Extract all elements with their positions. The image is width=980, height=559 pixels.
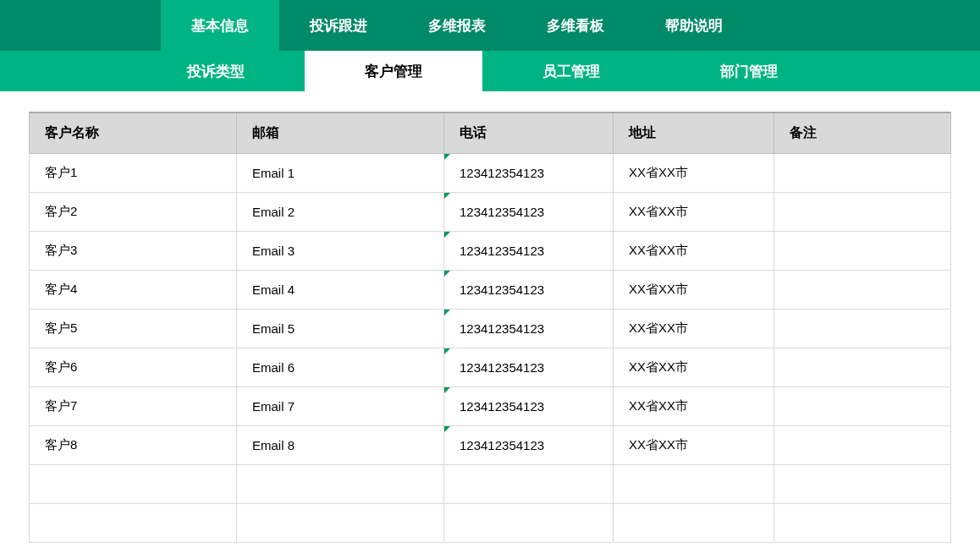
table-body: 客户1Email 1123412354123XX省XX市客户2Email 212… [30,153,951,542]
table-row[interactable]: 客户8Email 8123412354123XX省XX市 [30,425,951,464]
cell-addr[interactable]: XX省XX市 [614,231,774,270]
cell-name[interactable]: 客户5 [30,309,237,348]
cell-empty[interactable] [444,464,614,503]
cell-name-text: 客户7 [45,398,77,413]
cell-phone-text: 123412354123 [460,205,544,219]
cell-empty[interactable] [774,503,951,542]
cell-empty[interactable] [614,503,774,542]
col-header-addr[interactable]: 地址 [614,112,774,153]
cell-email[interactable]: Email 6 [237,348,444,386]
cell-email-text: Email 7 [252,399,295,414]
cell-phone[interactable]: 123412354123 [444,386,614,425]
cell-note[interactable] [774,270,951,309]
cell-addr[interactable]: XX省XX市 [614,153,774,192]
cell-email[interactable]: Email 7 [237,386,444,425]
cell-name[interactable]: 客户4 [30,270,237,309]
table-row[interactable]: 客户3Email 3123412354123XX省XX市 [30,231,951,270]
cell-addr[interactable]: XX省XX市 [614,192,774,231]
cell-empty[interactable] [30,464,237,503]
topnav-item-basic-info[interactable]: 基本信息 [161,0,279,51]
cell-email[interactable]: Email 1 [237,153,444,192]
cell-phone[interactable]: 123412354123 [444,270,614,309]
topnav-label: 多维看板 [547,16,604,36]
table-row[interactable]: 客户6Email 6123412354123XX省XX市 [30,348,951,386]
table-row-empty[interactable] [30,503,951,542]
table-row[interactable]: 客户2Email 2123412354123XX省XX市 [30,192,951,231]
cell-empty[interactable] [30,503,237,542]
cell-email[interactable]: Email 5 [237,309,444,348]
cell-phone-text: 123412354123 [460,399,544,414]
cell-email-text: Email 5 [252,321,295,336]
cell-phone[interactable]: 123412354123 [444,153,614,192]
cell-phone[interactable]: 123412354123 [444,192,614,231]
topnav-item-multidim-report[interactable]: 多维报表 [398,0,516,51]
cell-name[interactable]: 客户1 [30,153,237,192]
cell-empty[interactable] [237,464,444,503]
cell-email[interactable]: Email 8 [237,425,444,464]
table-row[interactable]: 客户4Email 4123412354123XX省XX市 [30,270,951,309]
cell-addr[interactable]: XX省XX市 [614,270,774,309]
cell-name-text: 客户6 [45,359,77,374]
cell-email[interactable]: Email 3 [237,231,444,270]
cell-addr[interactable]: XX省XX市 [614,386,774,425]
cell-note[interactable] [774,425,951,464]
cell-addr[interactable]: XX省XX市 [614,309,774,348]
topnav-label: 基本信息 [191,16,249,36]
cell-name[interactable]: 客户2 [30,192,237,231]
table-row[interactable]: 客户5Email 5123412354123XX省XX市 [30,309,951,348]
cell-note[interactable] [774,348,951,386]
subnav-item-staff-mgmt[interactable]: 员工管理 [482,51,660,91]
subnav-item-dept-mgmt[interactable]: 部门管理 [660,51,838,91]
topnav-label: 帮助说明 [665,16,723,36]
topnav-label: 投诉跟进 [310,16,367,36]
subnav-item-customer-mgmt[interactable]: 客户管理 [305,51,482,91]
cell-name-text: 客户4 [45,282,77,296]
cell-addr[interactable]: XX省XX市 [614,425,774,464]
cell-note[interactable] [774,386,951,425]
cell-phone[interactable]: 123412354123 [444,348,614,386]
cell-note[interactable] [774,192,951,231]
cell-phone[interactable]: 123412354123 [444,309,614,348]
cell-phone-text: 123412354123 [460,438,544,452]
cell-email[interactable]: Email 2 [237,192,444,231]
table-row[interactable]: 客户7Email 7123412354123XX省XX市 [30,386,951,425]
col-header-name[interactable]: 客户名称 [30,112,237,153]
cell-phone-text: 123412354123 [460,321,544,336]
cell-name[interactable]: 客户8 [30,425,237,464]
topnav-item-multidim-board[interactable]: 多维看板 [516,0,635,51]
cell-empty[interactable] [237,503,444,542]
cell-email-text: Email 6 [252,360,295,375]
cell-name-text: 客户5 [45,321,77,335]
cell-name[interactable]: 客户7 [30,386,237,425]
table-row[interactable]: 客户1Email 1123412354123XX省XX市 [30,153,951,192]
cell-name[interactable]: 客户6 [30,348,237,386]
subnav-item-complaint-type[interactable]: 投诉类型 [127,51,305,91]
cell-addr-text: XX省XX市 [629,437,688,452]
col-header-email[interactable]: 邮箱 [237,112,444,153]
cell-addr[interactable]: XX省XX市 [614,348,774,386]
cell-empty[interactable] [774,464,951,503]
top-nav: 基本信息 投诉跟进 多维报表 多维看板 帮助说明 [0,0,980,51]
topnav-item-help[interactable]: 帮助说明 [635,0,753,51]
cell-name[interactable]: 客户3 [30,231,237,270]
cell-phone-text: 123412354123 [460,244,544,258]
cell-addr-text: XX省XX市 [629,243,688,257]
cell-phone-text: 123412354123 [460,166,544,180]
cell-phone-text: 123412354123 [460,282,544,297]
table-row-empty[interactable] [30,464,951,503]
subnav-label: 部门管理 [720,62,778,81]
cell-note[interactable] [774,153,951,192]
cell-email[interactable]: Email 4 [237,270,444,309]
cell-phone[interactable]: 123412354123 [444,425,614,464]
cell-empty[interactable] [444,503,614,542]
topnav-item-complaint-followup[interactable]: 投诉跟进 [279,0,398,51]
cell-note[interactable] [774,309,951,348]
cell-name-text: 客户3 [45,243,77,257]
table-header-row: 客户名称 邮箱 电话 地址 备注 [30,112,951,153]
cell-phone[interactable]: 123412354123 [444,231,614,270]
col-header-note[interactable]: 备注 [774,112,951,153]
cell-empty[interactable] [614,464,774,503]
cell-note[interactable] [774,231,951,270]
col-header-phone[interactable]: 电话 [444,112,614,153]
subnav-label: 员工管理 [542,62,600,81]
